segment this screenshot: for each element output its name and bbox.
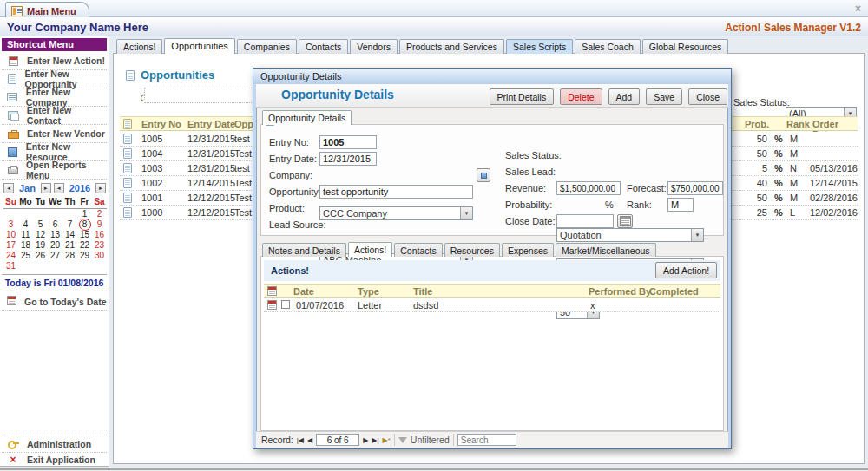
rank-field[interactable] <box>667 198 694 212</box>
goto-today-button[interactable]: Go to Today's Date <box>2 293 107 311</box>
document-icon <box>123 119 132 129</box>
subtab-contacts[interactable]: Contacts <box>394 243 442 257</box>
tab-vendors[interactable]: Vendors <box>350 39 398 54</box>
exit-application-button[interactable]: × Exit Application <box>2 450 107 468</box>
action-row[interactable]: 01/07/2016 Letter dsdsd x <box>264 298 720 312</box>
tab-companies[interactable]: Companies <box>237 39 297 54</box>
subtab-notes-and-details[interactable]: Notes and Details <box>262 243 346 257</box>
subtab-actions[interactable]: Actions! <box>348 242 392 257</box>
opportunity-field[interactable] <box>319 185 473 199</box>
subtab-expenses[interactable]: Expenses <box>502 243 554 257</box>
col-performed-by[interactable]: Performed By <box>589 286 651 297</box>
sidebar-item-enter-new-vendor[interactable]: Enter New Vendor <box>2 125 107 143</box>
revenue-label: Revenue: <box>505 183 546 193</box>
subtab-resources[interactable]: Resources <box>444 243 500 257</box>
tab-opportunity-details[interactable]: Opportunity Details <box>262 110 352 125</box>
save-button[interactable]: Save <box>646 88 682 105</box>
sidebar-item-enter-new-resource[interactable]: Enter New Resource <box>2 143 107 161</box>
delete-button[interactable]: Delete <box>560 88 602 105</box>
first-record-button[interactable]: |◀ <box>297 436 304 444</box>
company-select[interactable]: CCC Company▼ <box>319 206 473 220</box>
dialog-button-row: Print Details Delete Add Save Close <box>490 88 727 105</box>
sidebar-item-open-reports-menu[interactable]: Open Reports Menu <box>2 161 107 180</box>
divider <box>453 434 454 446</box>
col-rank[interactable]: Rank <box>786 119 810 129</box>
document-icon <box>123 148 132 159</box>
opportunities-heading: Opportunities <box>141 69 214 82</box>
col-completed[interactable]: Completed <box>649 286 699 297</box>
next-record-button[interactable]: ▶ <box>363 436 368 444</box>
entry-no-field[interactable] <box>319 135 377 149</box>
col-prob[interactable]: Prob. <box>727 119 769 129</box>
company-label: Company: <box>269 170 312 180</box>
record-label: Record: <box>261 435 293 445</box>
form-icon <box>11 6 23 16</box>
calendar-icon <box>267 300 277 310</box>
app-title: Action! Sales Manager V1.2 <box>725 22 861 34</box>
close-icon[interactable]: × <box>855 3 861 15</box>
add-action-button[interactable]: Add Action! <box>655 262 717 278</box>
tab-sales-scripts[interactable]: Sales Scripts <box>506 39 573 54</box>
record-position-field[interactable] <box>316 434 359 446</box>
sidebar-item-enter-new-action[interactable]: Enter New Action! <box>2 52 107 70</box>
percent-sign: % <box>605 200 614 210</box>
printer-icon <box>7 166 18 174</box>
sales-lead-label: Sales Lead: <box>505 167 556 177</box>
detail-subtab-bar: Notes and Details Actions! Contacts Reso… <box>262 242 656 257</box>
calendar-grid[interactable]: 12 3456789 10111213141516 17181920212223… <box>3 209 107 271</box>
dialog-titlebar[interactable]: Opportunity Details <box>253 69 731 84</box>
tab-global-resources[interactable]: Global Resources <box>642 39 728 54</box>
previous-record-button[interactable]: ◀ <box>307 436 312 444</box>
sidebar-item-enter-new-company[interactable]: Enter New Company <box>2 88 107 107</box>
subtab-market-miscellaneous[interactable]: Market/Miscellaneous <box>556 243 656 257</box>
col-entry-no[interactable]: Entry No <box>141 119 181 129</box>
next-year-button[interactable]: ► <box>95 183 106 193</box>
actions-table-header: Date Type Title Performed By Completed <box>264 284 720 298</box>
sales-status-select[interactable]: Quotation▼ <box>556 228 704 242</box>
divider <box>394 434 395 446</box>
filter-icon <box>398 437 407 443</box>
prev-month-button[interactable]: ◄ <box>3 183 14 193</box>
col-entry-date[interactable]: Entry Date <box>187 119 235 129</box>
calendar-day-headers: SuMoTuWeThFrSa <box>3 197 107 209</box>
col-type[interactable]: Type <box>358 286 379 297</box>
revenue-field[interactable] <box>556 181 621 195</box>
col-title[interactable]: Title <box>413 286 432 297</box>
close-button[interactable]: Close <box>688 88 727 105</box>
entry-date-field[interactable] <box>319 152 377 166</box>
col-date[interactable]: Date <box>293 286 314 297</box>
main-menu-tab[interactable]: Main Menu <box>5 2 89 17</box>
tab-contacts[interactable]: Contacts <box>299 39 348 54</box>
key-icon <box>7 441 19 447</box>
add-button[interactable]: Add <box>608 88 641 105</box>
goto-company-button[interactable] <box>477 168 490 182</box>
prev-year-button[interactable]: ◄ <box>54 183 64 193</box>
close-date-field[interactable] <box>556 214 614 228</box>
tab-products-and-services[interactable]: Products and Services <box>399 39 504 54</box>
action-select-checkbox[interactable] <box>281 300 290 309</box>
tab-sales-coach[interactable]: Sales Coach <box>575 39 641 54</box>
actions-subpanel <box>260 256 724 431</box>
forecast-field[interactable] <box>667 181 723 195</box>
calendar-icon <box>7 296 16 307</box>
exit-icon: × <box>7 455 19 464</box>
tab-actions[interactable]: Actions! <box>116 39 162 54</box>
window-bottom-edge <box>0 468 868 470</box>
new-record-button[interactable]: ▶* <box>383 436 391 444</box>
next-month-button[interactable]: ► <box>41 183 51 193</box>
sidebar-item-enter-new-contact[interactable]: Enter New Contact <box>2 107 107 125</box>
forecast-label: Forecast: <box>627 183 667 193</box>
sidebar-item-label: Open Reports Menu <box>26 160 107 180</box>
calendar-navigation: ◄ Jan ► ◄ 2016 ► <box>3 182 106 194</box>
briefcase-icon <box>7 129 19 139</box>
resource-icon <box>7 147 18 157</box>
print-details-button[interactable]: Print Details <box>490 88 555 105</box>
filter-state-button[interactable]: Unfiltered <box>411 435 450 445</box>
record-search-input[interactable] <box>457 434 516 446</box>
last-record-button[interactable]: ▶| <box>372 436 378 444</box>
date-picker-button[interactable] <box>617 214 633 228</box>
tab-opportunities[interactable]: Opportunities <box>164 38 234 54</box>
sidebar-item-enter-new-opportunity[interactable]: Enter New Opportunity <box>2 70 107 88</box>
sidebar-item-label: Enter New Action! <box>27 56 105 66</box>
document-icon <box>123 134 132 144</box>
